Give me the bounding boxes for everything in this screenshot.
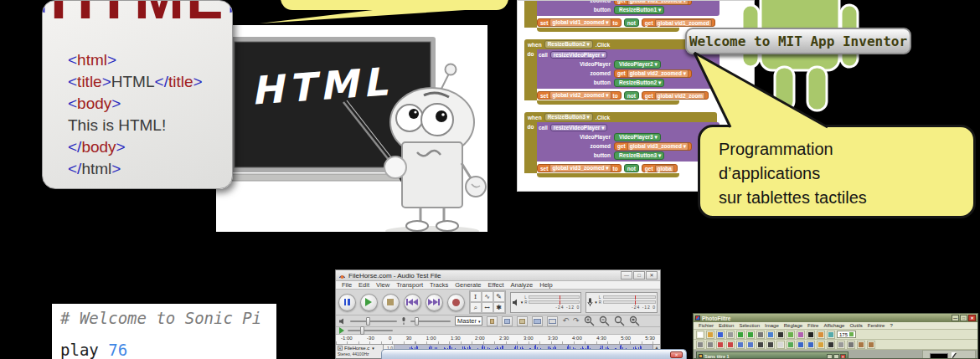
- menu-item[interactable]: Sélection: [736, 323, 762, 328]
- menu-item[interactable]: Filtre: [805, 323, 821, 328]
- menu-item[interactable]: File: [338, 281, 355, 289]
- document-window[interactable]: Sans titre 1 — □ ✕: [696, 351, 848, 359]
- set-block[interactable]: setglobal vid1_zoomed ▾to not getglobal …: [537, 18, 747, 28]
- when-dropdown[interactable]: ResizeButton2 ▾: [544, 40, 593, 49]
- toolbar-icon[interactable]: [817, 341, 825, 349]
- toolbar-icon[interactable]: [746, 341, 755, 349]
- toolbar-icon[interactable]: [726, 331, 735, 339]
- timeline-ruler[interactable]: -1:00-300301:001:302:002:303:003:304:004…: [336, 335, 660, 345]
- tool-button[interactable]: I: [470, 291, 482, 302]
- tool-button[interactable]: ∿: [482, 291, 493, 302]
- block-row[interactable]: button ResizeButton3 ▾: [539, 151, 718, 160]
- close-button[interactable]: ✕: [646, 271, 658, 280]
- toolbar-icon[interactable]: [797, 341, 805, 349]
- toolbar-icon[interactable]: [776, 341, 785, 349]
- toolbar-icon[interactable]: [807, 341, 815, 349]
- recording-meter[interactable]: ▾ L R -24 -12 0: [585, 292, 658, 313]
- cut-button[interactable]: [487, 316, 498, 326]
- toolbar-icon[interactable]: [776, 331, 785, 339]
- toolbar-icon[interactable]: [736, 341, 745, 349]
- toolbar-icon[interactable]: [797, 331, 805, 339]
- zoom-in-button[interactable]: [584, 315, 595, 326]
- block-pill[interactable]: get global vid2_zoomed ▾: [614, 69, 692, 78]
- toolbar-icon[interactable]: [867, 341, 875, 349]
- menu-item[interactable]: Help: [536, 281, 555, 289]
- toolbar-icon[interactable]: [716, 331, 725, 339]
- toolbar-icon[interactable]: [766, 331, 775, 339]
- zoom-out-button[interactable]: [599, 315, 610, 326]
- redo-button[interactable]: ↷: [573, 317, 580, 325]
- record-button[interactable]: [447, 294, 465, 311]
- play-button[interactable]: [360, 294, 378, 311]
- toolbar-icon[interactable]: [787, 331, 795, 339]
- paste-button[interactable]: [517, 316, 528, 326]
- fit-selection-button[interactable]: [614, 315, 625, 326]
- toolbar-icon[interactable]: [746, 331, 755, 339]
- menu-item[interactable]: Outils: [847, 323, 864, 328]
- tool-button[interactable]: ✎: [493, 291, 505, 302]
- menu-item[interactable]: Fenêtre: [865, 323, 888, 328]
- minimize-button[interactable]: —: [952, 315, 959, 321]
- skip-start-button[interactable]: [404, 294, 421, 311]
- skip-end-button[interactable]: [426, 294, 443, 311]
- menu-item[interactable]: Transport: [393, 281, 426, 289]
- track-menu-arrow[interactable]: ▼: [371, 346, 374, 351]
- menu-item[interactable]: Tracks: [426, 281, 451, 289]
- toolbar-icon[interactable]: [827, 331, 835, 339]
- toolbar-icon[interactable]: [736, 331, 745, 339]
- track-header[interactable]: ✕ FileHorse.c ▼ Stereo, 44100Hz: [336, 345, 384, 359]
- when-dropdown[interactable]: ResizeButton3 ▾: [544, 113, 593, 121]
- menu-item[interactable]: Generate: [451, 281, 484, 289]
- zoom-level-input[interactable]: 175: [837, 331, 856, 338]
- procedure-dropdown[interactable]: resizeVideoPlayer ▾: [550, 124, 608, 131]
- playback-volume-slider[interactable]: [350, 321, 397, 322]
- toolbar-icon[interactable]: [756, 331, 765, 339]
- menu-item[interactable]: Analyze: [508, 281, 537, 289]
- block-pill[interactable]: get global vid1_zoomed ▾: [614, 0, 692, 5]
- master-dropdown[interactable]: Master▾: [455, 316, 482, 326]
- tool-button[interactable]: ✱: [493, 302, 505, 313]
- toolbar-icon[interactable]: [837, 341, 845, 349]
- toolbar-icon[interactable]: [706, 341, 714, 349]
- stop-button[interactable]: [382, 294, 400, 311]
- toolbar-icon[interactable]: [847, 341, 855, 349]
- menu-item[interactable]: Edition: [716, 323, 736, 328]
- toolbar-icon[interactable]: [787, 341, 795, 349]
- toolbar-icon[interactable]: [696, 341, 704, 349]
- toolbar-icon[interactable]: [807, 331, 815, 339]
- menu-item[interactable]: Image: [762, 323, 781, 328]
- block-pill[interactable]: get global vid3_zoomed ▾: [614, 142, 692, 151]
- toolbar-icon[interactable]: [726, 341, 735, 349]
- toolbar-icon[interactable]: [857, 341, 865, 349]
- block-row[interactable]: button ResizeButton1 ▾: [539, 5, 718, 14]
- close-button[interactable]: ✕: [840, 354, 846, 359]
- menu-item[interactable]: Effect: [485, 281, 508, 289]
- menu-item[interactable]: Edit: [355, 281, 373, 289]
- color-palette[interactable]: [922, 350, 976, 359]
- undo-button[interactable]: ↶: [562, 317, 569, 325]
- menu-item[interactable]: ?: [887, 323, 895, 328]
- toolbar-icon[interactable]: [696, 331, 704, 339]
- minimize-button[interactable]: —: [827, 354, 833, 359]
- trim-button[interactable]: [532, 316, 543, 326]
- procedure-dropdown[interactable]: resizeVideoPlayer ▾: [550, 51, 608, 59]
- menu-item[interactable]: Réglage: [781, 323, 805, 328]
- maximize-button[interactable]: □: [833, 354, 839, 359]
- toolbar-icon[interactable]: [766, 341, 775, 349]
- overlay-window-titlebar[interactable]: ✕: [381, 349, 687, 359]
- menu-item[interactable]: Fichier: [696, 323, 716, 328]
- fit-project-button[interactable]: [629, 315, 640, 326]
- block-pill[interactable]: ResizeButton1 ▾: [614, 6, 664, 14]
- block-pill[interactable]: VideoPlayer2 ▾: [614, 60, 661, 69]
- silence-button[interactable]: [547, 316, 558, 326]
- block-row[interactable]: zoomed get global vid3_zoomed ▾: [539, 141, 718, 151]
- copy-button[interactable]: [502, 316, 513, 326]
- playback-meter[interactable]: ▾ L R -24 -12 0: [510, 292, 582, 313]
- menu-item[interactable]: View: [373, 281, 393, 289]
- playback-speed-slider[interactable]: [348, 330, 393, 331]
- toolbar-icon[interactable]: [706, 331, 714, 339]
- block-pill[interactable]: VideoPlayer3 ▾: [614, 133, 661, 141]
- toolbar-icon[interactable]: [827, 341, 835, 349]
- toolbar-icon[interactable]: [817, 331, 825, 339]
- toolbar-icon[interactable]: [756, 341, 765, 349]
